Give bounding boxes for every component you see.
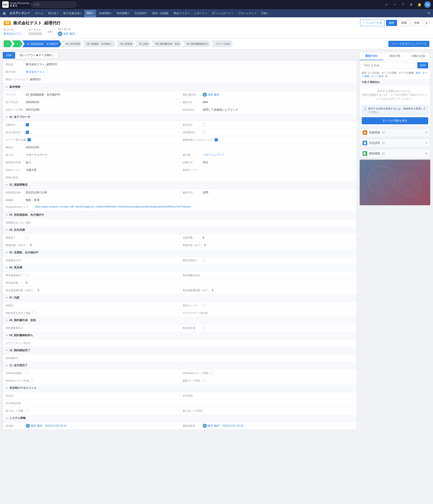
section-sysinfo-body: 作成者 相 相良 義則、2022/11/10 16:14 最終更新者 相 相良 … [3, 422, 357, 429]
label-taskdone: 業業終了 [6, 236, 24, 239]
section-approach-header[interactable]: ▼ 01_未アプローチ [3, 113, 357, 121]
section-contract-header[interactable]: ▼ 08_契約書作成・送信 [3, 316, 357, 324]
stage-7[interactable]: 07_内諾 [135, 40, 151, 47]
section-contract-title: 08_契約書作成・送信 [9, 318, 36, 322]
complete-phase-button[interactable]: フェーズを完了としてマーク [388, 41, 429, 47]
checkbox-cloud[interactable] [27, 138, 31, 141]
grid-icon[interactable]: ⊞ [2, 10, 7, 17]
stage-1[interactable]: ✓ [4, 40, 12, 47]
value-referrer-link[interactable]: マネーフォワード [203, 153, 354, 157]
stage-4[interactable]: 04_社内見積 [61, 40, 82, 47]
section-lost-header[interactable]: ▼ 失注時のマネジメント [3, 384, 357, 392]
checkbox-pricelist[interactable] [203, 326, 206, 330]
nav-contacts[interactable]: 取引先責任者 ▾ [61, 10, 84, 17]
add-icon[interactable]: ＋ [391, 1, 398, 8]
owner-name-link[interactable]: 相良 義則 [63, 32, 75, 36]
section-contractwait-header[interactable]: ▼ 09_契約書締結待ち [3, 332, 357, 339]
delete-button[interactable]: 削除 [398, 20, 410, 26]
stage-2[interactable]: ✓ [12, 40, 23, 47]
checkbox-billing[interactable] [203, 131, 206, 134]
checkbox-transfer[interactable] [203, 123, 206, 126]
checkbox-confirmed[interactable] [203, 259, 206, 262]
tab-todo[interactable]: 新規ToDo [360, 52, 383, 60]
stage-6[interactable]: 06_再見積 [116, 40, 135, 47]
nav-dashboard[interactable]: ダッシュボード ▾ [209, 10, 235, 17]
nav-reports[interactable]: レポート ▾ [192, 10, 209, 17]
tab-old-layout[interactable]: 旧レイアウト★データ移行... [16, 52, 58, 59]
nav-edit-icon[interactable]: ✎ [426, 10, 431, 17]
tab-detail[interactable]: 詳細 [3, 52, 15, 59]
nav-contracts[interactable]: 契約情報 ▾ [114, 10, 132, 17]
nav-projects[interactable]: プロジェクト ▾ [235, 10, 258, 17]
checkbox-cwslack[interactable] [26, 371, 29, 375]
deals-badge: 商談 [4, 21, 11, 25]
filter-show-link[interactable]: すべて表示 [371, 75, 384, 78]
value-reestcount: 0 [26, 281, 177, 284]
nav-clients[interactable]: 取引先 ▾ [46, 10, 61, 17]
field-cell-lostreason: 失注理由 ✎ [180, 392, 357, 399]
checkbox-reestdone[interactable] [26, 274, 29, 277]
section-approval-header[interactable]: ▼ 07_内諾 [3, 294, 357, 302]
logo[interactable]: S&C Surge Ring group S & C [2, 1, 29, 8]
nav-invoice[interactable]: 請求一括画面 [150, 10, 171, 17]
owner-edit-icon[interactable]: ✎ [76, 33, 78, 35]
stage-5[interactable]: 05_見積後、先方検討... [82, 40, 116, 47]
expand-icon[interactable]: ⤢ [383, 1, 390, 8]
value-client-link[interactable]: 株式会社テスト [26, 70, 177, 74]
section-aftermeet-header[interactable]: ▼ 03_初回面談後、先方検討中 [3, 211, 357, 219]
edit-button[interactable]: 編集 [386, 20, 397, 26]
section-afterest-header[interactable]: ▼ 05_見積後、先方検討中 [3, 249, 357, 257]
share-button[interactable]: 共有 [411, 20, 423, 26]
checkbox-bookkeeping[interactable] [26, 123, 29, 126]
more-button[interactable]: ▾ [424, 20, 429, 26]
checkbox-payroll[interactable] [26, 131, 29, 134]
tab-action[interactable]: 新規行動 [383, 52, 407, 60]
checkbox-custcode[interactable] [203, 379, 206, 382]
section-allcomplete-header[interactable]: ▼ 11_全行程完了 [3, 362, 357, 369]
follow-button[interactable]: + フォローする [360, 20, 385, 26]
question-icon[interactable]: ？ [400, 1, 406, 8]
section-sysinfo-header[interactable]: ▼ システム情報 [3, 414, 357, 422]
collapsible-quotes-header[interactable]: 📋 見積情報 (0) ▾ [360, 128, 430, 137]
nav-home[interactable]: ホーム [33, 10, 45, 17]
gear-icon[interactable]: ⚙ [408, 1, 414, 8]
nav-deals[interactable]: 商談 ▾ [84, 10, 96, 17]
nav-products[interactable]: 商品マスタ ▾ [171, 10, 191, 17]
add-todo-button[interactable]: 追加 [417, 62, 428, 68]
nav-daily[interactable]: 日報 ▾ [259, 10, 271, 17]
collapsible-contracts-header[interactable]: 📝 契約情報 (0) ▾ [360, 149, 430, 158]
search-input[interactable] [31, 2, 77, 8]
checkbox-taskdone[interactable] [26, 236, 29, 239]
nav-monthly[interactable]: 月次請求 ▾ [132, 10, 149, 17]
section-contractfin-header[interactable]: ▼ 10_契約締結完了 [3, 347, 357, 354]
section-meeting-header[interactable]: ▼ 02_面談調整済 [3, 181, 357, 189]
section-intest-header[interactable]: ▼ 04_社内見積 [3, 226, 357, 234]
stage-3[interactable]: 03_初回面談後、先方検討中 [22, 40, 61, 47]
label-creator: 作成者 [6, 424, 24, 428]
filter-settings-icon[interactable]: ⚙ [385, 75, 388, 78]
checkbox-cwslack-invite[interactable] [210, 371, 214, 375]
bell-icon[interactable]: 🔔 [416, 1, 423, 8]
label-owner: 商談 責任者 [183, 93, 201, 97]
nav-quotes[interactable]: 見積情報 ▾ [96, 10, 114, 17]
checkbox-revival[interactable] [26, 409, 29, 412]
label-updater: 最終更新者 [183, 424, 201, 428]
checkbox-kintone[interactable] [31, 379, 34, 382]
owner-inline-link[interactable]: 相良 義則 [208, 93, 219, 97]
stage-9[interactable]: 09_契約書締結待ち [182, 40, 211, 47]
checkbox-antisocial[interactable] [203, 304, 206, 307]
checkbox-consulting[interactable] [215, 138, 218, 141]
meta-client-link[interactable]: 株式会社テスト [4, 32, 23, 35]
tab-activity[interactable]: 活動の記録 [407, 52, 430, 60]
stage-close[interactable]: クローズ済み [211, 40, 233, 47]
filter-update-link[interactable]: 更新 [416, 71, 420, 74]
user-avatar[interactable]: Ai [424, 1, 431, 8]
collapsible-monthly-header[interactable]: 📄 月次請求 (0) ▾ [360, 139, 430, 147]
section-reest-header[interactable]: ▼ 06_再見積 [3, 264, 357, 272]
stage-8[interactable]: 08_契約書作成・送信 [151, 40, 182, 47]
todo-input[interactable] [362, 62, 416, 68]
show-all-activities-button[interactable]: すべての活動を表示 [362, 117, 428, 124]
value-dropbox-link[interactable]: https://paper.dropbox.com/doc/_MF--BsrQG… [35, 205, 354, 208]
checkbox-contractconfirm[interactable] [33, 311, 36, 315]
section-basicinfo-header[interactable]: ▼ 基本情報 [3, 83, 357, 91]
